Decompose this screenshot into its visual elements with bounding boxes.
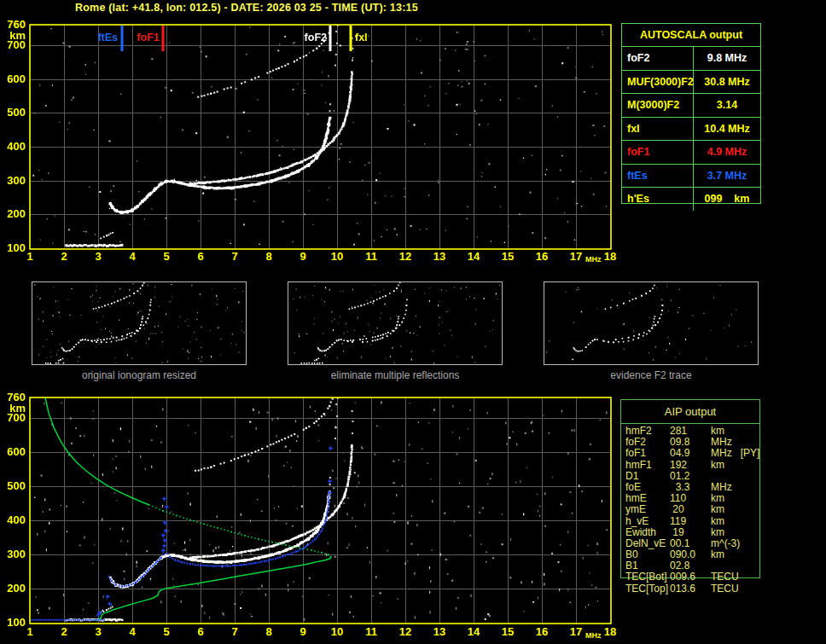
- x-tick-label: 8: [258, 626, 280, 638]
- aip-row: B0090.0km: [620, 549, 774, 560]
- aip-row-value: 009.6: [670, 571, 711, 583]
- x-tick-label: 8: [258, 251, 280, 263]
- aip-row: D101.2: [620, 471, 774, 482]
- x-tick-label: 5: [155, 626, 177, 638]
- autoscala-row: foF14.9 MHz: [622, 141, 760, 165]
- thumbnail-multiple-reflections: [288, 281, 503, 365]
- y-tick-label: 700: [0, 39, 26, 51]
- autoscala-row-value: 10.4 MHz: [694, 118, 760, 141]
- thumbnail-caption-2: eliminate multiple reflections: [288, 369, 503, 381]
- aip-row: ymE 20km: [620, 504, 774, 515]
- aip-row-label: h_vE: [625, 516, 670, 527]
- autoscala-row-label: MUF(3000)F2: [622, 71, 694, 94]
- x-tick-label: 2: [53, 626, 75, 638]
- aip-row-unit: MHz [PY]: [711, 447, 759, 459]
- aip-row-unit: km: [711, 526, 724, 538]
- x-tick-label: 15: [497, 626, 519, 638]
- aip-row-unit: MHz: [711, 436, 732, 448]
- aip-row-unit: MHz: [711, 481, 732, 493]
- autoscala-row-value: 3.14: [694, 94, 760, 117]
- autoscala-row-label: h'Es: [622, 188, 694, 211]
- thumbnail-original-ionogram: [32, 281, 247, 365]
- autoscala-row-value: 9.8 MHz: [694, 47, 760, 70]
- aip-row-value: 192: [670, 460, 711, 471]
- aip-row-value: 01.2: [670, 471, 711, 482]
- aip-row-label: foF1: [625, 448, 670, 459]
- autoscala-row-label: ftEs: [622, 165, 694, 188]
- x-tick-label: 12: [394, 626, 416, 638]
- y-tick-label: 400: [0, 141, 26, 153]
- autoscala-output-table: AUTOSCALA output foF29.8 MHzMUF(3000)F23…: [621, 23, 761, 204]
- autoscala-screen: { "title": "Rome (lat: +41.8, lon: 012.5…: [0, 0, 826, 644]
- aip-row-label: hmF1: [625, 460, 670, 471]
- aip-table-title: AIP output: [621, 400, 759, 424]
- aip-row: hmF1192km: [620, 460, 774, 471]
- ftes-marker-label: ftEs: [85, 32, 118, 44]
- x-tick-label: 4: [121, 251, 143, 263]
- y-tick-label: 200: [0, 208, 26, 220]
- x-tick-label: 1: [19, 626, 41, 638]
- autoscala-row-value: 099 km: [694, 188, 760, 211]
- x-tick-label: 10: [326, 251, 348, 263]
- x-tick-label: 17: [565, 251, 587, 263]
- y-tick-label: 500: [0, 107, 26, 119]
- aip-row-label: TEC[Bot]: [625, 571, 670, 583]
- x-tick-label: 12: [394, 251, 416, 263]
- aip-row: DelN_vE00.1m^(-3): [620, 538, 774, 549]
- x-tick-label: 14: [462, 251, 485, 263]
- aip-row-unit: TECU: [711, 583, 739, 595]
- autoscala-row: ftEs3.7 MHz: [622, 165, 760, 189]
- aip-row-value: 119: [670, 516, 711, 527]
- autoscala-row-label: foF2: [622, 47, 694, 70]
- autoscala-table-rows: foF29.8 MHzMUF(3000)F230.8 MHzM(3000)F23…: [622, 47, 760, 211]
- thumbnail-caption-1: original ionogram resized: [32, 369, 247, 381]
- aip-row-unit: km: [711, 425, 724, 437]
- x-tick-label: 18: [599, 626, 621, 638]
- aip-row-unit: TECU: [711, 571, 739, 583]
- aip-row-unit: km: [711, 515, 724, 527]
- x-tick-label: 2: [53, 251, 75, 263]
- thumbnail-caption-3: evidence F2 trace: [544, 369, 759, 381]
- bottom-ionogram-profile-canvas: [29, 397, 612, 624]
- x-tick-label: 18: [599, 251, 621, 263]
- autoscala-row-label: M(3000)F2: [622, 94, 694, 117]
- x-tick-label: 13: [428, 251, 451, 263]
- autoscala-row: M(3000)F23.14: [622, 94, 760, 118]
- x-tick-label: 9: [292, 626, 314, 638]
- y-tick-label: 300: [0, 175, 26, 187]
- x-tick-label: 3: [87, 251, 109, 263]
- autoscala-row-label: foF1: [622, 141, 694, 164]
- aip-row-label: Ewidth: [625, 527, 670, 538]
- aip-row-unit: m^(-3): [711, 537, 740, 549]
- y-tick-label: 400: [0, 514, 26, 526]
- aip-row-value: 19: [670, 527, 711, 538]
- autoscala-row-value: 4.9 MHz: [694, 141, 760, 164]
- fof2-marker-label: foF2: [294, 32, 327, 44]
- aip-row: TEC[Bot]009.6TECU: [620, 571, 774, 583]
- x-tick-label: 7: [224, 251, 246, 263]
- page-title: Rome (lat: +41.8, lon: 012.5) - DATE: 20…: [75, 2, 418, 14]
- autoscala-row: fxI10.4 MHz: [622, 118, 760, 142]
- x-tick-label: 13: [428, 626, 451, 638]
- autoscala-row-label: fxI: [622, 118, 694, 141]
- x-tick-label: 3: [87, 626, 109, 638]
- fxi-marker-label: fxI: [355, 32, 381, 44]
- aip-row: Ewidth 19km: [620, 527, 774, 538]
- x-tick-label: 5: [155, 251, 177, 263]
- autoscala-row: foF29.8 MHz: [622, 47, 760, 71]
- x-tick-label: 6: [189, 251, 212, 263]
- y-tick-label: 600: [0, 446, 26, 458]
- aip-row-label: TEC[Top]: [625, 583, 670, 595]
- autoscala-table-title: AUTOSCALA output: [622, 24, 760, 47]
- thumbnail-f2-trace: [544, 281, 759, 365]
- x-tick-label: 6: [189, 626, 212, 638]
- aip-row-unit: km: [711, 548, 724, 560]
- top-x-axis-unit-label: MHz: [585, 255, 602, 264]
- x-tick-label: 11: [360, 626, 382, 638]
- aip-row-label: D1: [625, 471, 670, 482]
- autoscala-row-value: 3.7 MHz: [694, 165, 760, 188]
- thumbnail-f2-canvas: [544, 282, 758, 364]
- aip-row-unit: km: [711, 503, 724, 515]
- x-tick-label: 7: [224, 626, 246, 638]
- thumbnail-original-canvas: [32, 282, 246, 364]
